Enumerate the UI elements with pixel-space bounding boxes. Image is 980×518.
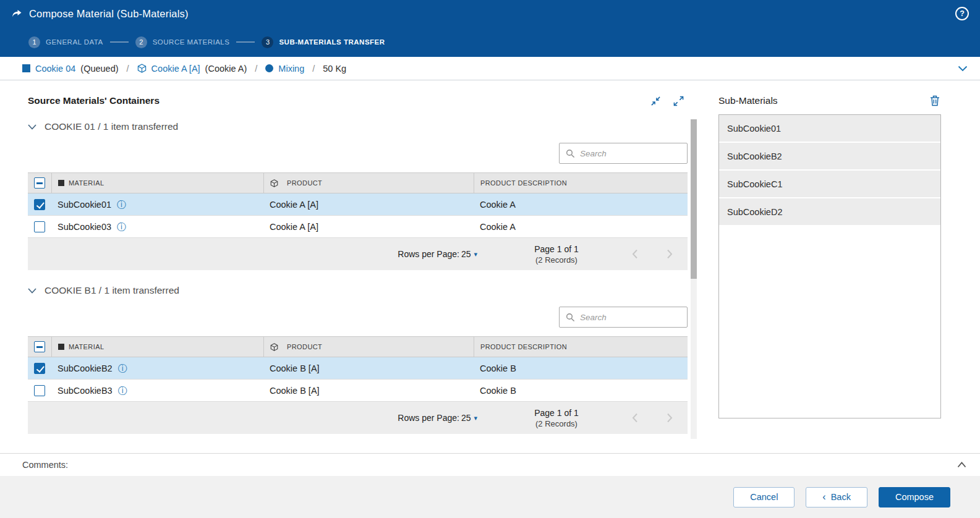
main-content: Source Materials' Containers [0,80,980,453]
header: Compose Material (Sub-Materials) ? 1 GEN… [0,0,980,57]
compose-button[interactable]: Compose [879,487,950,507]
breadcrumb-separator: / [127,64,129,74]
rows-per-page-label: Rows per Page: [398,413,459,423]
breadcrumb-material-link[interactable]: Cookie 04 [35,64,75,74]
column-header-product[interactable]: PRODUCT [263,173,474,193]
sub-material-item[interactable]: SubCookieD2 [719,198,940,226]
compose-material-dialog: Compose Material (Sub-Materials) ? 1 GEN… [0,0,980,518]
row-checkbox[interactable] [34,385,45,396]
column-header-product-description[interactable]: PRODUCT DESCRIPTION [474,337,688,357]
step-label: SOURCE MATERIALS [153,38,230,46]
page-title: Compose Material (Sub-Materials) [29,8,189,20]
breadcrumb: Cookie 04 (Queued) / Cookie A [A] (Cooki… [0,57,980,80]
product-description-value: Cookie A [480,222,516,232]
source-materials-panel-inner: Source Materials' Containers [28,95,688,434]
product-icon [270,343,278,351]
collapse-all-icon[interactable] [650,96,661,106]
row-checkbox[interactable] [34,199,45,210]
section-title: COOKIE B1 / 1 item transferred [45,285,179,296]
column-header-material[interactable]: MATERIAL [51,173,263,193]
comments-label: Comments: [22,460,68,470]
search-box [559,143,688,164]
info-icon[interactable]: ⓘ [118,386,127,395]
step-source-materials[interactable]: 2 SOURCE MATERIALS [135,36,230,48]
sub-material-item[interactable]: SubCookie01 [719,115,940,143]
header-checkbox-cell [28,173,51,193]
sub-material-item[interactable]: SubCookieC1 [719,171,940,198]
breadcrumb-collapse-chevron-icon[interactable] [958,66,968,72]
section-header[interactable]: COOKIE 01 / 1 item transferred [28,121,688,132]
product-icon [270,179,278,187]
chevron-down-icon [28,124,36,130]
rows-per-page-control[interactable]: Rows per Page: 25 ▾ [398,413,477,423]
sub-materials-list: SubCookie01 SubCookieB2 SubCookieC1 SubC… [718,114,941,418]
table-row[interactable]: SubCookieB2 ⓘ Cookie B [A] Cookie B [28,357,688,380]
compose-material-icon [11,8,22,19]
page-label: Page 1 of 1 [534,408,579,418]
column-label: MATERIAL [69,179,104,187]
row-checkbox[interactable] [34,221,45,232]
search-input[interactable] [580,313,681,322]
panel-title: Source Materials' Containers [28,95,160,106]
section-header[interactable]: COOKIE B1 / 1 item transferred [28,285,688,296]
column-label: PRODUCT DESCRIPTION [480,343,567,350]
step-sub-materials-transfer[interactable]: 3 SUB-MATERIALS TRANSFER [262,36,385,48]
back-button[interactable]: ‹ Back [806,487,867,507]
rows-per-page-control[interactable]: Rows per Page: 25 ▾ [398,249,477,259]
row-checkbox[interactable] [34,363,45,374]
product-value: Cookie B [A] [270,363,320,373]
delete-icon[interactable] [930,95,941,106]
vertical-scrollbar[interactable] [691,119,697,439]
container-section-cookie01: COOKIE 01 / 1 item transferred [28,121,688,270]
comments-bar: Comments: [0,453,980,476]
previous-page-icon[interactable] [626,249,644,259]
title-row: Compose Material (Sub-Materials) ? [0,0,980,27]
column-header-product[interactable]: PRODUCT [263,337,474,357]
next-page-icon[interactable] [660,249,679,259]
expand-fullscreen-icon[interactable] [673,96,684,106]
info-icon[interactable]: ⓘ [117,222,126,231]
info-icon[interactable]: ⓘ [118,363,127,373]
select-all-checkbox[interactable] [34,177,45,189]
caret-down-icon: ▾ [474,250,477,258]
breadcrumb-product-link[interactable]: Cookie A [A] [151,64,200,74]
table-row[interactable]: SubCookie01 ⓘ Cookie A [A] Cookie A [28,193,688,216]
search-icon [566,313,575,322]
material-name: SubCookie01 [58,200,111,210]
cancel-button[interactable]: Cancel [733,487,795,507]
material-square-icon [22,64,30,72]
step-general-data[interactable]: 1 GENERAL DATA [28,36,103,48]
footer-actions: Cancel ‹ Back Compose [0,476,980,518]
table-pagination: Rows per Page: 25 ▾ Page 1 of 1 (2 Recor… [28,238,688,270]
select-all-checkbox[interactable] [34,341,45,352]
back-chevron-icon: ‹ [822,492,825,502]
product-value: Cookie B [A] [270,386,320,396]
page-info: Page 1 of 1 (2 Records) [513,244,600,265]
sub-materials-head: Sub-Materials [718,95,941,106]
product-value: Cookie A [A] [270,222,318,232]
sub-material-item[interactable]: SubCookieB2 [719,143,940,171]
info-icon[interactable]: ⓘ [117,200,126,209]
header-checkbox-cell [28,337,51,357]
scrollbar-thumb[interactable] [691,119,697,279]
table-row[interactable]: SubCookie03 ⓘ Cookie A [A] Cookie A [28,216,688,238]
help-icon[interactable]: ? [955,7,969,20]
material-square-icon [58,344,64,350]
product-description-value: Cookie B [480,363,516,373]
chevron-up-icon[interactable] [957,462,966,468]
previous-page-icon[interactable] [626,413,644,423]
column-label: PRODUCT DESCRIPTION [480,179,567,187]
search-icon [566,149,575,158]
table-row[interactable]: SubCookieB3 ⓘ Cookie B [A] Cookie B [28,380,688,402]
next-page-icon[interactable] [660,413,679,423]
page-info: Page 1 of 1 (2 Records) [513,408,600,428]
column-header-product-description[interactable]: PRODUCT DESCRIPTION [474,173,688,193]
search-input[interactable] [580,149,681,158]
step-label: GENERAL DATA [46,38,103,46]
step-circle-icon [265,64,273,72]
column-header-material[interactable]: MATERIAL [51,337,263,357]
step-connector [110,41,129,43]
rows-per-page-value: 25 [461,413,471,423]
wizard-stepper: 1 GENERAL DATA 2 SOURCE MATERIALS 3 SUB-… [0,27,980,57]
breadcrumb-flow-step-link[interactable]: Mixing [278,64,304,74]
